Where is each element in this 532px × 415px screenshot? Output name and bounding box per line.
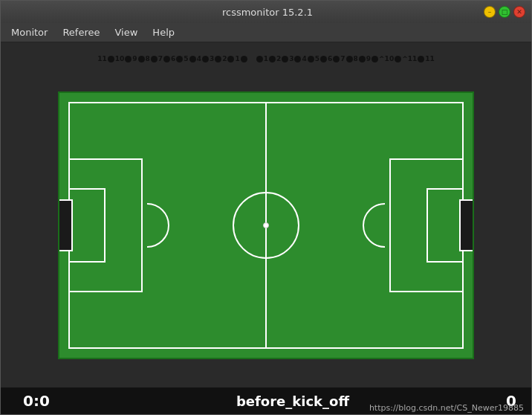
soccer-field [58,91,474,359]
main-window: rcssmonitor 15.2.1 – □ ✕ Monitor Referee… [0,0,532,415]
status-bar: 0:0 before_kick_off 0 https://blog.csdn.… [1,387,531,414]
right-player-1: 1 [256,56,268,62]
minimize-button[interactable]: – [484,6,496,18]
main-content: 11 10 9 8 7 6 5 4 3 [1,42,531,387]
title-bar: rcssmonitor 15.2.1 – □ ✕ [1,1,531,23]
right-goal [459,199,473,251]
right-player-11: ^11 [395,56,417,62]
left-player-1: 1 [235,56,247,62]
left-goal-area [68,188,106,263]
right-player-2: 2 [269,56,281,62]
ball [263,222,269,228]
right-goal-area [426,188,464,263]
left-player-10: 10 [115,56,132,62]
left-player-8: 8 [146,56,158,62]
right-player-9: 9 [359,56,371,62]
right-player-3: 3 [282,56,293,62]
left-player-9: 9 [132,56,144,62]
left-goal [59,199,73,251]
menu-monitor[interactable]: Monitor [4,25,55,39]
right-player-11b: 11 [418,56,435,62]
left-player-4: 4 [197,56,209,62]
right-player-6: 6 [320,56,332,62]
left-player-6: 6 [171,56,183,62]
left-player-7: 7 [158,56,170,62]
right-player-10: ^10 [372,56,394,62]
left-player-5: 5 [184,56,195,62]
right-player-8: 8 [346,56,358,62]
left-player-3: 3 [210,56,221,62]
right-player-7: 7 [333,56,345,62]
window-controls: – □ ✕ [484,6,525,18]
right-player-4: 4 [294,56,306,62]
maximize-button[interactable]: □ [499,6,510,18]
players-row: 11 10 9 8 7 6 5 4 3 [7,48,525,69]
right-player-5: 5 [308,56,319,62]
menu-help[interactable]: Help [145,25,182,39]
close-button[interactable]: ✕ [513,6,525,18]
menu-bar: Monitor Referee View Help [1,23,531,42]
left-player-2: 2 [222,56,234,62]
menu-referee[interactable]: Referee [55,25,107,39]
menu-view[interactable]: View [108,25,146,39]
left-player-11: 11 [97,56,114,62]
field-container [7,69,525,382]
watermark: https://blog.csdn.net/CS_Newer19885 [369,403,524,413]
window-title: rcssmonitor 15.2.1 [51,7,484,18]
score-display: 0:0 [23,392,50,410]
